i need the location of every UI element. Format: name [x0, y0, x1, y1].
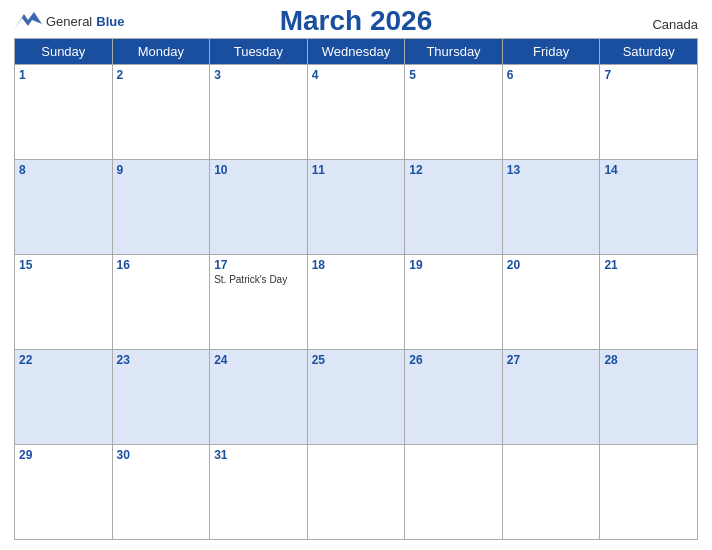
day-number: 26: [409, 353, 498, 367]
day-number: 13: [507, 163, 596, 177]
day-number: 2: [117, 68, 206, 82]
day-number: 6: [507, 68, 596, 82]
day-number: 25: [312, 353, 401, 367]
calendar-cell: 4: [307, 65, 405, 160]
day-number: 8: [19, 163, 108, 177]
calendar-cell: [600, 445, 698, 540]
calendar-cell: 30: [112, 445, 210, 540]
weekday-header-saturday: Saturday: [600, 39, 698, 65]
day-number: 30: [117, 448, 206, 462]
day-number: 10: [214, 163, 303, 177]
calendar-cell: 24: [210, 350, 308, 445]
day-number: 22: [19, 353, 108, 367]
day-number: 19: [409, 258, 498, 272]
calendar-cell: 26: [405, 350, 503, 445]
logo-general-text: General: [46, 14, 92, 29]
weekday-header-thursday: Thursday: [405, 39, 503, 65]
weekday-header-row: SundayMondayTuesdayWednesdayThursdayFrid…: [15, 39, 698, 65]
calendar-cell: 12: [405, 160, 503, 255]
weekday-header-monday: Monday: [112, 39, 210, 65]
day-number: 12: [409, 163, 498, 177]
calendar-cell: 7: [600, 65, 698, 160]
week-row-5: 293031: [15, 445, 698, 540]
calendar-cell: 18: [307, 255, 405, 350]
calendar-cell: 25: [307, 350, 405, 445]
day-number: 11: [312, 163, 401, 177]
day-number: 14: [604, 163, 693, 177]
calendar-cell: 31: [210, 445, 308, 540]
day-number: 1: [19, 68, 108, 82]
calendar-table: SundayMondayTuesdayWednesdayThursdayFrid…: [14, 38, 698, 540]
calendar-cell: 14: [600, 160, 698, 255]
day-number: 7: [604, 68, 693, 82]
week-row-4: 22232425262728: [15, 350, 698, 445]
calendar-cell: 17St. Patrick's Day: [210, 255, 308, 350]
day-number: 29: [19, 448, 108, 462]
day-number: 27: [507, 353, 596, 367]
calendar-cell: 15: [15, 255, 113, 350]
calendar-cell: [502, 445, 600, 540]
event-label: St. Patrick's Day: [214, 274, 303, 285]
calendar-cell: [307, 445, 405, 540]
calendar-cell: 5: [405, 65, 503, 160]
logo: General Blue: [14, 10, 124, 32]
calendar-cell: 22: [15, 350, 113, 445]
weekday-header-tuesday: Tuesday: [210, 39, 308, 65]
day-number: 3: [214, 68, 303, 82]
calendar-cell: 16: [112, 255, 210, 350]
week-row-1: 1234567: [15, 65, 698, 160]
week-row-3: 151617St. Patrick's Day18192021: [15, 255, 698, 350]
page-title: March 2026: [280, 5, 433, 37]
day-number: 23: [117, 353, 206, 367]
day-number: 5: [409, 68, 498, 82]
calendar-cell: 13: [502, 160, 600, 255]
calendar-cell: 11: [307, 160, 405, 255]
day-number: 16: [117, 258, 206, 272]
calendar-cell: 2: [112, 65, 210, 160]
calendar-cell: 21: [600, 255, 698, 350]
country-label: Canada: [652, 17, 698, 32]
day-number: 24: [214, 353, 303, 367]
calendar-cell: 1: [15, 65, 113, 160]
day-number: 31: [214, 448, 303, 462]
logo-bird-icon: [14, 10, 42, 32]
calendar-header: General Blue March 2026 Canada: [14, 10, 698, 32]
calendar-cell: 19: [405, 255, 503, 350]
weekday-header-wednesday: Wednesday: [307, 39, 405, 65]
calendar-cell: 20: [502, 255, 600, 350]
svg-marker-0: [14, 12, 42, 30]
day-number: 9: [117, 163, 206, 177]
day-number: 18: [312, 258, 401, 272]
calendar-cell: 29: [15, 445, 113, 540]
day-number: 17: [214, 258, 303, 272]
day-number: 15: [19, 258, 108, 272]
calendar-cell: 9: [112, 160, 210, 255]
weekday-header-sunday: Sunday: [15, 39, 113, 65]
calendar-cell: 8: [15, 160, 113, 255]
day-number: 21: [604, 258, 693, 272]
calendar-cell: 27: [502, 350, 600, 445]
day-number: 20: [507, 258, 596, 272]
day-number: 4: [312, 68, 401, 82]
day-number: 28: [604, 353, 693, 367]
calendar-cell: 3: [210, 65, 308, 160]
calendar-cell: [405, 445, 503, 540]
calendar-cell: 10: [210, 160, 308, 255]
week-row-2: 891011121314: [15, 160, 698, 255]
logo-blue-text: Blue: [96, 14, 124, 29]
calendar-cell: 23: [112, 350, 210, 445]
calendar-cell: 28: [600, 350, 698, 445]
calendar-cell: 6: [502, 65, 600, 160]
weekday-header-friday: Friday: [502, 39, 600, 65]
